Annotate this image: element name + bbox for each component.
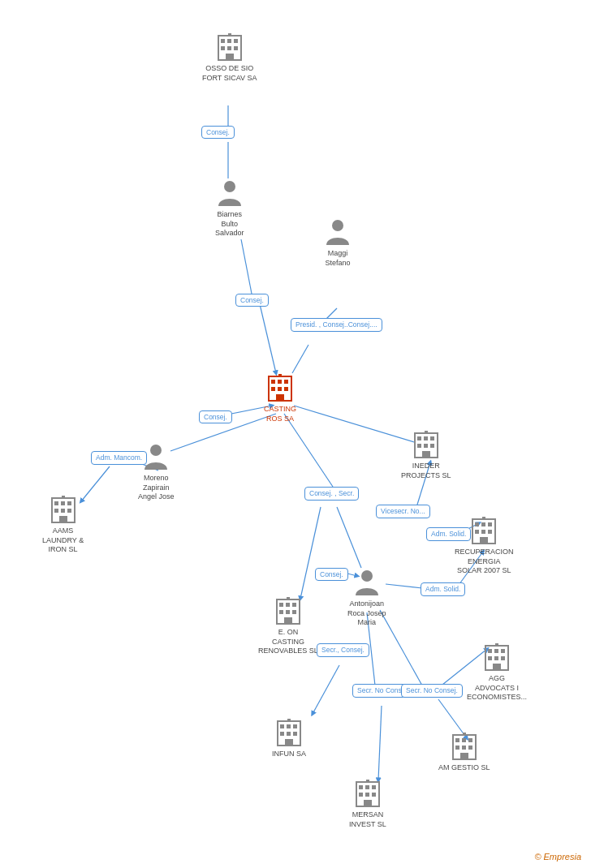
building-icon-ineder bbox=[413, 430, 439, 459]
svg-rect-31 bbox=[234, 46, 238, 50]
svg-rect-94 bbox=[365, 785, 369, 789]
svg-rect-58 bbox=[430, 436, 434, 440]
node-agg: AGG ADVOCATS I ECONOMISTES... bbox=[467, 642, 527, 703]
node-biarnes: Biarnes Bulto Salvador bbox=[215, 178, 244, 238]
svg-rect-112 bbox=[462, 738, 466, 742]
svg-rect-87 bbox=[280, 732, 284, 736]
svg-rect-72 bbox=[480, 537, 488, 544]
badge-presid[interactable]: Presid. , Consej..Consej.... bbox=[291, 318, 382, 332]
svg-rect-93 bbox=[359, 785, 363, 789]
badge-consej2[interactable]: Consej. bbox=[235, 294, 269, 307]
svg-rect-70 bbox=[481, 530, 485, 534]
svg-rect-100 bbox=[366, 780, 369, 783]
svg-rect-59 bbox=[417, 444, 421, 448]
svg-rect-97 bbox=[365, 793, 369, 797]
svg-rect-44 bbox=[278, 374, 282, 377]
svg-rect-50 bbox=[54, 509, 58, 513]
building-icon-amgestio bbox=[451, 732, 477, 761]
building-icon-agg bbox=[484, 642, 510, 672]
svg-rect-77 bbox=[292, 603, 296, 607]
svg-rect-106 bbox=[494, 656, 498, 660]
svg-point-45 bbox=[150, 445, 162, 456]
svg-rect-116 bbox=[468, 746, 472, 750]
svg-rect-108 bbox=[493, 664, 501, 670]
svg-rect-88 bbox=[287, 732, 291, 736]
badge-admSolid2[interactable]: Adm. Solid. bbox=[421, 582, 465, 596]
svg-point-34 bbox=[224, 181, 235, 192]
svg-rect-52 bbox=[67, 509, 71, 513]
svg-line-9 bbox=[81, 466, 110, 501]
badge-secrNoConsej2[interactable]: Secr. No Consej. bbox=[401, 684, 463, 698]
node-mersan: MERSAN INVEST SL bbox=[349, 779, 386, 829]
svg-rect-67 bbox=[481, 522, 485, 526]
svg-rect-30 bbox=[227, 46, 231, 50]
svg-line-17 bbox=[386, 584, 422, 588]
svg-rect-86 bbox=[293, 724, 297, 728]
svg-rect-60 bbox=[424, 444, 428, 448]
svg-rect-82 bbox=[287, 597, 290, 600]
svg-rect-27 bbox=[227, 39, 231, 43]
person-icon-biarnes bbox=[217, 178, 243, 208]
svg-rect-51 bbox=[61, 509, 65, 513]
svg-rect-63 bbox=[425, 431, 428, 434]
svg-line-19 bbox=[313, 665, 339, 714]
node-maggi: Maggi Stefano bbox=[325, 217, 351, 268]
svg-rect-76 bbox=[286, 603, 290, 607]
svg-line-12 bbox=[300, 507, 321, 599]
svg-rect-113 bbox=[468, 738, 472, 742]
badge-consej3[interactable]: Consej. bbox=[199, 410, 232, 423]
svg-rect-96 bbox=[359, 793, 363, 797]
badge-consejSecr[interactable]: Consej. , Secr. bbox=[304, 487, 359, 501]
svg-rect-79 bbox=[286, 610, 290, 614]
svg-rect-111 bbox=[455, 738, 459, 742]
badge-vicesecr[interactable]: Vicesecr. No... bbox=[376, 505, 430, 518]
person-icon-antonijoan bbox=[354, 568, 380, 597]
svg-rect-37 bbox=[271, 380, 275, 384]
svg-rect-49 bbox=[67, 501, 71, 505]
building-icon-osso bbox=[217, 32, 243, 62]
svg-line-10 bbox=[284, 414, 333, 487]
node-ineder: INEDER PROJECTS SL bbox=[401, 430, 451, 480]
building-icon-eon bbox=[275, 596, 301, 625]
building-icon-aams bbox=[50, 495, 76, 524]
badge-secrConsej1[interactable]: Secr., Consej. bbox=[317, 643, 369, 657]
svg-rect-53 bbox=[59, 516, 67, 522]
svg-rect-115 bbox=[462, 746, 466, 750]
node-amgestio: AM GESTIO SL bbox=[438, 732, 490, 773]
node-castingros: CASTING ROS SA bbox=[264, 373, 296, 423]
building-icon-infun bbox=[276, 718, 302, 747]
badge-admMancom[interactable]: Adm. Mancom. bbox=[91, 451, 147, 465]
person-icon-moreno bbox=[143, 442, 169, 471]
svg-rect-95 bbox=[372, 785, 376, 789]
svg-rect-85 bbox=[287, 724, 291, 728]
watermark: © Empresia bbox=[534, 852, 581, 862]
building-icon-recuperacion bbox=[471, 516, 497, 545]
svg-rect-40 bbox=[271, 387, 275, 391]
svg-point-35 bbox=[332, 220, 343, 231]
svg-rect-103 bbox=[494, 649, 498, 653]
svg-rect-32 bbox=[226, 54, 234, 60]
svg-rect-73 bbox=[482, 517, 485, 520]
svg-rect-80 bbox=[292, 610, 296, 614]
badge-consej1[interactable]: Consej. bbox=[201, 126, 235, 139]
badge-consej4[interactable]: Consej. bbox=[315, 568, 348, 581]
svg-rect-114 bbox=[455, 746, 459, 750]
badge-admSolid1[interactable]: Adm. Solid. bbox=[426, 527, 471, 541]
svg-rect-38 bbox=[278, 380, 282, 384]
svg-line-21 bbox=[378, 706, 382, 780]
svg-rect-54 bbox=[62, 496, 65, 499]
svg-rect-109 bbox=[495, 643, 498, 647]
svg-rect-57 bbox=[424, 436, 428, 440]
svg-rect-69 bbox=[475, 530, 479, 534]
node-infun: INFUN SA bbox=[272, 718, 306, 759]
node-osso: OSSO DE SIO FORT SICAV SA bbox=[202, 32, 257, 83]
svg-rect-117 bbox=[460, 753, 468, 759]
svg-rect-102 bbox=[488, 649, 492, 653]
svg-rect-91 bbox=[287, 719, 291, 722]
svg-rect-39 bbox=[284, 380, 288, 384]
building-icon-mersan bbox=[355, 779, 381, 808]
svg-line-2 bbox=[241, 239, 252, 294]
svg-rect-62 bbox=[422, 451, 430, 458]
svg-point-64 bbox=[361, 570, 373, 582]
building-icon-castingros bbox=[267, 373, 293, 402]
